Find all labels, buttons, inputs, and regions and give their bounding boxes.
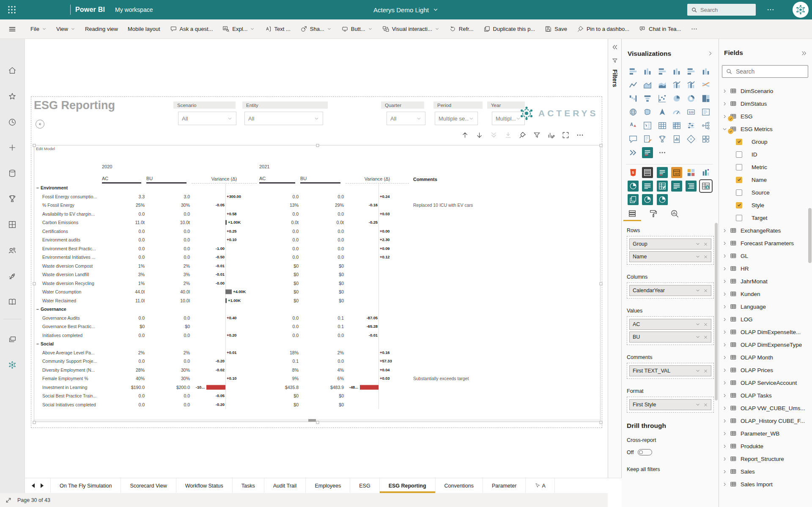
sidebar-item-shared-with-me[interactable]: [8, 246, 17, 255]
viz-icon-clustered-column-chart[interactable]: [671, 66, 682, 77]
viz-icon-slicer-teal[interactable]: [657, 167, 668, 178]
selection-handle[interactable]: [600, 421, 603, 424]
visual-edit-model-label[interactable]: Edit Model: [36, 146, 55, 151]
table-row[interactable]: Certifications 0.0 0.0 +0.25 0.0 0.0 +0.…: [36, 227, 597, 236]
fields-table-olap-vw-cube-ums-[interactable]: OLAP VW_CUBE_Ums...: [719, 402, 812, 414]
collapse-pane-icon[interactable]: [708, 51, 713, 56]
chevron-right-icon[interactable]: [719, 89, 730, 93]
fields-table-dimstatus[interactable]: DimStatus: [719, 97, 812, 110]
field-pill[interactable]: BU: [629, 332, 711, 343]
topbar-more-icon[interactable]: [766, 5, 775, 14]
field-checkbox[interactable]: [736, 139, 742, 145]
fields-table-hr[interactable]: HR: [719, 262, 812, 275]
collapse-section-icon[interactable]: –: [36, 185, 41, 190]
visual-h-scrollbar-thumb[interactable]: [308, 419, 316, 422]
fields-table-sales[interactable]: Sales: [719, 465, 812, 478]
chevron-right-icon[interactable]: [719, 482, 730, 487]
table-row[interactable]: Female Employment % 40% 30% +0.10 9% 6% …: [36, 374, 597, 383]
viz-icon-stacked-bar-chart[interactable]: [628, 66, 639, 77]
fields-table-log[interactable]: LOG: [719, 313, 812, 326]
viz-icon-custom-slicer[interactable]: [642, 147, 653, 158]
fields-table-dimscenario[interactable]: DimScenario: [719, 85, 812, 97]
column-header[interactable]: Variance (Δ): [346, 176, 409, 184]
chevron-right-icon[interactable]: [719, 254, 730, 258]
sidebar-item-apps[interactable]: [8, 220, 17, 229]
viz-icon-donut-chart[interactable]: [686, 93, 697, 104]
collapse-section-icon[interactable]: –: [36, 341, 41, 346]
fields-table-gl[interactable]: GL: [719, 249, 812, 262]
chevron-right-icon[interactable]: [719, 279, 730, 284]
sidebar-item-deployment-pipelines[interactable]: [8, 271, 17, 281]
fields-table-forecast-parameters[interactable]: Forecast Parameters: [719, 237, 812, 249]
viz-icon-line-and-clustered-column-chart[interactable]: [686, 79, 697, 90]
viz-icon-line-chart[interactable]: [628, 79, 639, 90]
filter-dropdown-quarter[interactable]: All: [387, 112, 425, 125]
global-search[interactable]: [687, 4, 756, 16]
field-target[interactable]: Target: [719, 211, 812, 224]
table-row[interactable]: % Fossil Energy 25% 30% -0.05 13% 29% -0…: [36, 201, 597, 210]
field-pill[interactable]: CalendarYear: [629, 285, 711, 296]
page-tab-esg-reporting[interactable]: ESG Reporting: [379, 478, 435, 493]
waffle-menu-icon[interactable]: [0, 0, 24, 19]
viz-icon-clustered-bar-chart[interactable]: [657, 66, 668, 77]
viz-icon-acterys-pie[interactable]: [628, 181, 639, 192]
viz-icon-acterys-matrix-edit[interactable]: [657, 181, 668, 192]
scroll-tabs-right-icon[interactable]: [40, 483, 44, 488]
chevron-down-icon[interactable]: [695, 288, 700, 293]
chevron-right-icon[interactable]: [719, 431, 730, 436]
table-row[interactable]: Environment audits 0.0 0.0 +0.10 0.0 0.0…: [36, 236, 597, 244]
viz-icon-slicer[interactable]: [642, 120, 653, 131]
sidebar-item-home[interactable]: [8, 66, 17, 75]
remove-field-icon[interactable]: [703, 369, 708, 373]
fields-table-olap-prices[interactable]: OLAP Prices: [719, 364, 812, 376]
viz-icon-power-automate[interactable]: [628, 147, 639, 158]
viz-icon-stacked-area-chart[interactable]: [657, 79, 668, 90]
account-avatar[interactable]: [793, 2, 809, 18]
table-row[interactable]: Community Support Proje... 0.0 0.0 -0.20…: [36, 357, 597, 366]
format-tab[interactable]: [649, 209, 658, 221]
workspace-name[interactable]: My workspace: [115, 6, 153, 13]
column-header[interactable]: Variance (Δ): [192, 176, 257, 184]
sidebar-item-datasets[interactable]: [8, 169, 17, 178]
back-button[interactable]: [36, 120, 44, 129]
viz-icon-goals[interactable]: [657, 134, 668, 145]
nav-hamburger-icon[interactable]: [0, 25, 25, 33]
viz-icon-multi-row-card[interactable]: [700, 107, 711, 118]
viz-icon-acterys-pie-3[interactable]: [657, 194, 668, 205]
page-tab-esg[interactable]: ESG: [350, 478, 379, 493]
field-metric[interactable]: Metric: [719, 161, 812, 173]
chevron-right-icon[interactable]: [719, 317, 730, 322]
fields-table-report-structure[interactable]: Report_Structure: [719, 452, 812, 465]
field-checkbox[interactable]: [736, 215, 742, 221]
viz-icon-acterys-lines-2[interactable]: [671, 181, 682, 192]
selection-handle[interactable]: [33, 144, 36, 147]
remove-field-icon[interactable]: [703, 322, 708, 327]
column-header[interactable]: AC: [259, 176, 295, 184]
menu-item-explore[interactable]: Expl...: [222, 25, 255, 33]
viz-icon-arcgis-map[interactable]: [686, 134, 697, 145]
analytics-tab[interactable]: [670, 209, 679, 221]
viz-icon-acterys-table-dollar[interactable]: $: [700, 181, 711, 192]
chevron-right-icon[interactable]: [719, 228, 730, 233]
focus-mode-icon[interactable]: [562, 131, 570, 139]
menu-item-ask-a-question[interactable]: Ask a quest...: [170, 25, 213, 33]
fields-tab[interactable]: [628, 209, 637, 221]
page-tab-workflow-status[interactable]: Workflow Status: [176, 478, 232, 493]
table-row[interactable]: Initiatives completed 0.0 0.0 +0.20 0.0 …: [36, 331, 597, 340]
viz-icon-column-chart-custom[interactable]: [700, 167, 711, 178]
sidebar-item-recent[interactable]: [8, 118, 17, 127]
remove-field-icon[interactable]: [703, 403, 708, 407]
sidebar-item-workspaces[interactable]: [8, 335, 17, 344]
filters-on-visual-icon[interactable]: [533, 131, 541, 139]
remove-field-icon[interactable]: [703, 288, 708, 293]
sidebar-item-acterys-app[interactable]: [8, 360, 17, 370]
field-checkbox[interactable]: [736, 164, 742, 170]
viz-icon-calendar-123-visual[interactable]: 123: [671, 167, 682, 178]
fields-table-jahrmonat[interactable]: JahrMonat: [719, 275, 812, 288]
search-input[interactable]: [700, 7, 747, 13]
column-header[interactable]: BU: [146, 176, 187, 184]
viz-icon-scatter-chart[interactable]: [657, 93, 668, 104]
filter-dropdown-entity[interactable]: All: [244, 112, 323, 125]
remove-field-icon[interactable]: [703, 242, 708, 247]
page-tab-scorecard-view[interactable]: Scorecard View: [121, 478, 176, 493]
